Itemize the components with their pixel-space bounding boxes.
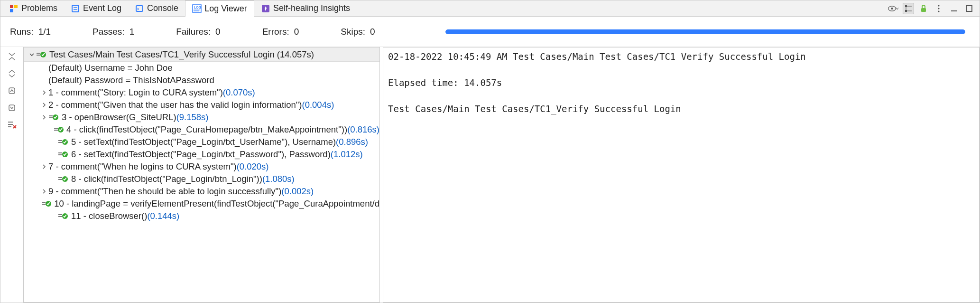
- svg-rect-1: [14, 5, 18, 8]
- log-tree-panel: Test Cases/Main Test Cases/TC1_Verify Su…: [23, 47, 380, 303]
- tree-row-duration: (9.158s): [176, 112, 209, 123]
- tab-label: Self-healing Insights: [273, 3, 350, 13]
- log-detail-panel: 02-18-2022 10:45:49 AM Test Cases/Main T…: [383, 47, 980, 303]
- tree-row-text: 10 - landingPage = verifyElementPresent(…: [54, 199, 379, 209]
- passes-label: Passes:: [92, 27, 125, 37]
- svg-rect-39: [58, 140, 62, 141]
- tree-row-duration: (0.816s): [347, 124, 379, 135]
- svg-point-21: [938, 8, 939, 9]
- svg-rect-33: [49, 115, 53, 116]
- svg-rect-46: [58, 179, 62, 180]
- skips-label: Skips:: [341, 27, 365, 37]
- tab-label: Console: [147, 3, 178, 13]
- tree-row-text: 9 - comment("Then he should be able to l…: [48, 186, 281, 197]
- tree-row[interactable]: 7 - comment("When he logins to CURA syst…: [24, 161, 379, 173]
- svg-rect-24: [966, 6, 972, 11]
- step-pass-icon: [58, 138, 68, 146]
- svg-rect-36: [54, 128, 58, 129]
- tree-row-text: 8 - click(findTestObject("Page_Login/btn…: [71, 174, 262, 184]
- chevron-right-icon[interactable]: [40, 164, 48, 170]
- tree-row[interactable]: 8 - click(findTestObject("Page_Login/btn…: [24, 173, 379, 185]
- tree-row[interactable]: 5 - setText(findTestObject("Page_Login/t…: [24, 136, 379, 148]
- step-pass-icon: [58, 212, 68, 220]
- failures-label: Failures:: [176, 27, 211, 37]
- failures-value: 0: [215, 27, 221, 37]
- svg-rect-48: [42, 202, 46, 203]
- step-pass-icon: [58, 175, 68, 183]
- tree-row[interactable]: 9 - comment("Then he should be able to l…: [24, 185, 379, 198]
- chevron-right-icon[interactable]: [40, 102, 48, 108]
- watch-icon[interactable]: [888, 3, 899, 14]
- svg-point-20: [938, 5, 939, 6]
- runs-label: Runs:: [10, 27, 34, 37]
- tab-label: Event Log: [83, 3, 121, 13]
- svg-rect-26: [9, 105, 15, 111]
- tree-row[interactable]: 11 - closeBrowser() (0.144s): [24, 210, 379, 222]
- tree-row-duration: (1.012s): [331, 149, 363, 160]
- tree-row[interactable]: (Default) Username = John Doe: [24, 62, 379, 74]
- tree-row-duration: (0.896s): [336, 137, 368, 147]
- tree-row[interactable]: 1 - comment("Story: Login to CURA system…: [24, 86, 379, 99]
- maximize-icon[interactable]: [963, 3, 975, 14]
- tree-row-text: (Default) Username = John Doe: [48, 63, 173, 73]
- svg-rect-25: [9, 88, 15, 94]
- tree-view-toggle[interactable]: [903, 3, 914, 14]
- more-icon[interactable]: [933, 3, 944, 14]
- expand-all-icon[interactable]: [5, 67, 18, 80]
- logviewer-icon: LOG: [192, 4, 202, 13]
- tab-self-healing[interactable]: Self-healing Insights: [254, 0, 357, 17]
- show-failures-only-icon[interactable]: [5, 118, 18, 132]
- eventlog-icon: [71, 4, 80, 13]
- progress-fill: [445, 29, 965, 34]
- chevron-down-icon[interactable]: [28, 52, 36, 57]
- log-line: 02-18-2022 10:45:49 AM Test Cases/Main T…: [388, 51, 806, 62]
- tree-row[interactable]: 2 - comment("Given that the user has the…: [24, 99, 379, 111]
- console-icon: [135, 4, 144, 13]
- tab-console[interactable]: Console: [128, 0, 185, 17]
- tree-row[interactable]: 4 - click(findTestObject("Page_CuraHomep…: [24, 123, 379, 136]
- test-pass-icon: [36, 50, 46, 59]
- svg-rect-49: [42, 204, 46, 205]
- tab-problems[interactable]: Problems: [2, 0, 64, 17]
- runs-value: 1/1: [38, 27, 51, 37]
- tree-row[interactable]: 3 - openBrowser(G_SiteURL) (9.158s): [24, 111, 379, 123]
- svg-rect-40: [58, 142, 62, 143]
- svg-rect-0: [10, 5, 13, 8]
- tree-row-duration: (0.020s): [237, 161, 269, 172]
- step-pass-icon: [58, 150, 68, 159]
- skips-value: 0: [370, 27, 375, 37]
- tab-label: Problems: [21, 3, 57, 13]
- svg-rect-31: [37, 55, 40, 56]
- prev-failure-icon[interactable]: [5, 84, 18, 97]
- svg-rect-19: [921, 8, 926, 12]
- tree-row[interactable]: (Default) Password = ThisIsNotAPassword: [24, 74, 379, 86]
- minimize-icon[interactable]: [948, 3, 960, 14]
- chevron-right-icon[interactable]: [40, 114, 48, 120]
- chevron-right-icon[interactable]: [40, 90, 48, 95]
- svg-rect-42: [58, 152, 62, 153]
- tree-row-text: 5 - setText(findTestObject("Page_Login/t…: [71, 137, 336, 147]
- tree-row-text: 7 - comment("When he logins to CURA syst…: [48, 161, 237, 172]
- svg-rect-43: [58, 154, 62, 155]
- tab-event-log[interactable]: Event Log: [64, 0, 128, 17]
- tree-header-duration: (14.057s): [277, 49, 314, 60]
- tree-row-text: 2 - comment("Given that the user has the…: [48, 100, 302, 110]
- tree-row[interactable]: 6 - setText(findTestObject("Page_Login/t…: [24, 148, 379, 161]
- tree-header-row[interactable]: Test Cases/Main Test Cases/TC1_Verify Su…: [24, 47, 379, 62]
- log-line: Elapsed time: 14.057s: [388, 77, 502, 88]
- tree-row-duration: (0.002s): [281, 186, 314, 197]
- svg-rect-34: [49, 117, 53, 118]
- lock-icon[interactable]: [918, 3, 929, 14]
- errors-label: Errors:: [262, 27, 289, 37]
- next-failure-icon[interactable]: [5, 101, 18, 114]
- step-pass-icon: [54, 125, 64, 134]
- tree-row-text: 11 - closeBrowser(): [71, 211, 147, 221]
- tab-log-viewer[interactable]: LOG Log Viewer: [185, 0, 254, 17]
- chevron-right-icon[interactable]: [40, 189, 48, 194]
- svg-text:LOG: LOG: [194, 6, 202, 9]
- errors-value: 0: [294, 27, 299, 37]
- passes-value: 1: [129, 27, 135, 37]
- tree-row-text: 3 - openBrowser(G_SiteURL): [62, 112, 176, 123]
- collapse-all-icon[interactable]: [5, 50, 18, 63]
- tree-row[interactable]: 10 - landingPage = verifyElementPresent(…: [24, 198, 379, 210]
